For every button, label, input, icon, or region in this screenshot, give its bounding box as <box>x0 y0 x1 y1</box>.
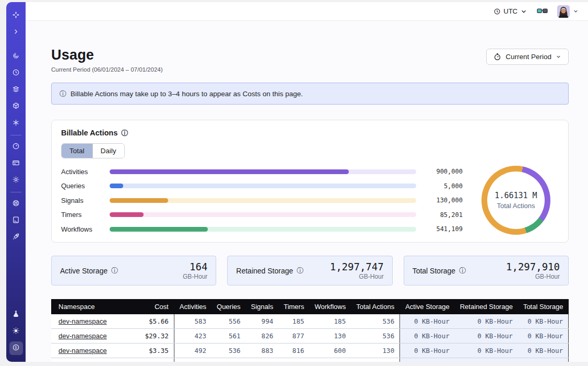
column-header-timers[interactable]: Timers <box>278 299 309 314</box>
labs-flask-icon <box>12 310 20 320</box>
column-header-total-actions[interactable]: Total Actions <box>351 299 400 314</box>
column-header-queries[interactable]: Queries <box>211 299 246 314</box>
storage-card-value: 164 <box>183 261 207 272</box>
sidebar-divider <box>10 192 21 192</box>
storage-card-label: Retained Storageⓘ <box>236 267 303 275</box>
sidebar-item-docs[interactable] <box>9 214 23 227</box>
main-area: UTC Usage Current Period (06/01/2024 – 0… <box>26 2 588 362</box>
bar-track <box>110 212 416 217</box>
info-icon[interactable]: ⓘ <box>121 130 128 136</box>
sidebar-item-usage-gauge[interactable] <box>9 140 23 154</box>
table-cell: 0 KB-Hour <box>518 329 569 344</box>
table-cell <box>351 358 400 362</box>
table-cell: 826 <box>246 329 279 344</box>
column-header-cost[interactable]: Cost <box>140 299 174 314</box>
namespace-link[interactable]: dev-namespace <box>58 317 107 325</box>
usage-gauge-icon <box>12 142 20 152</box>
app-window: $ UTC Usage Current Period <box>6 2 588 362</box>
sidebar-item-collapse[interactable] <box>9 26 23 39</box>
table-cell: 0 KB-Hour <box>518 314 569 329</box>
table-cell: 536 <box>211 344 246 358</box>
storage-card-label-text: Retained Storage <box>236 267 293 275</box>
sidebar-item-support-lifebuoy[interactable] <box>9 197 23 211</box>
namespace-link[interactable]: dev-namespace <box>58 347 107 354</box>
namespace-link[interactable]: dev-namespace <box>58 332 107 340</box>
info-icon[interactable]: ⓘ <box>111 267 118 274</box>
sidebar-item-theme-sun[interactable] <box>9 325 23 338</box>
column-header-signals[interactable]: Signals <box>246 299 279 314</box>
bar-row-workflows: Workflows541,109 <box>61 225 463 233</box>
namespaces-icon <box>12 52 20 62</box>
timezone-selector[interactable]: UTC <box>493 7 527 15</box>
table-row: dev-namespace$5.665835569941851855360 KB… <box>51 314 569 329</box>
column-header-active-storage[interactable]: Active Storage <box>400 299 455 314</box>
period-selector-button[interactable]: Current Period <box>486 49 569 65</box>
info-icon[interactable]: ⓘ <box>459 267 466 274</box>
info-icon[interactable]: ⓘ <box>297 267 303 274</box>
billing-card-icon <box>12 159 20 169</box>
info-icon: ⓘ <box>60 90 66 97</box>
column-header-total-storage[interactable]: Total Storage <box>518 299 569 314</box>
chevron-down-icon <box>520 8 527 15</box>
table-cell <box>140 358 174 362</box>
total-actions-donut: 1.66131 M Total Actions <box>481 166 550 235</box>
temporal-logo-icon <box>12 11 20 21</box>
docs-icon <box>12 216 20 226</box>
sidebar-item-temporal-logo[interactable] <box>9 9 23 22</box>
namespace-cell: dev-namespace <box>51 314 140 329</box>
glasses-icon[interactable] <box>537 7 548 15</box>
stack-icon <box>12 85 20 95</box>
info-banner: ⓘ Billable Actions may take up to 3–4 ho… <box>51 83 569 105</box>
sidebar-item-stack[interactable] <box>9 83 23 97</box>
table-cell: $3.35 <box>140 344 174 358</box>
table-row: dev-namespace$29.324235618268771305360 K… <box>51 329 569 344</box>
storage-card-label-text: Total Storage <box>413 267 456 275</box>
bar-label: Signals <box>61 197 103 204</box>
donut-total-label: Total Actions <box>497 202 535 210</box>
tab-daily[interactable]: Daily <box>92 144 124 158</box>
table-cell <box>211 358 246 362</box>
bar-track <box>110 198 416 203</box>
table-cell: 816 <box>278 344 309 358</box>
tab-total[interactable]: Total <box>62 144 92 158</box>
column-header-namespace[interactable]: Namespace <box>51 299 140 314</box>
bar-row-queries: Queries5,000 <box>61 182 463 190</box>
table-cell: 561 <box>211 329 246 344</box>
bar-label: Activities <box>61 168 103 176</box>
table-body: dev-namespace$5.665835569941851855360 KB… <box>51 314 569 362</box>
billable-bar-chart: Activities900,000Queries5,000Signals130,… <box>61 168 463 233</box>
bar-fill <box>110 198 168 203</box>
chevron-down-icon <box>556 54 561 60</box>
sidebar-item-deployments[interactable] <box>9 100 23 113</box>
sidebar-item-labs-flask[interactable] <box>9 308 23 322</box>
table-cell: 423 <box>174 329 211 344</box>
bar-value: 130,000 <box>423 197 463 204</box>
sidebar-item-currency[interactable]: $ <box>9 341 23 355</box>
collapse-icon <box>12 28 20 38</box>
table-cell: 994 <box>246 314 279 329</box>
currency-icon: $ <box>12 344 20 353</box>
storage-card-value: 1,297,747 <box>330 261 384 272</box>
bar-label: Timers <box>61 211 103 219</box>
storage-card-total-storage: Total Storageⓘ1,297,910GB-Hour <box>404 256 569 285</box>
sidebar-item-namespaces[interactable] <box>9 50 23 63</box>
table-cell <box>518 358 569 362</box>
avatar <box>557 5 570 18</box>
sidebar-item-schedules[interactable] <box>9 66 23 80</box>
bar-fill <box>110 169 349 174</box>
sidebar-item-rocket[interactable] <box>9 231 23 244</box>
bar-value: 900,000 <box>423 168 463 175</box>
column-header-workflows[interactable]: Workflows <box>309 299 351 314</box>
stopwatch-icon <box>493 53 501 61</box>
sidebar-divider <box>10 135 21 135</box>
column-header-activities[interactable]: Activities <box>174 299 211 314</box>
support-lifebuoy-icon <box>12 199 20 209</box>
table-cell: 0 KB-Hour <box>455 344 518 358</box>
column-header-retained-storage[interactable]: Retained Storage <box>455 299 518 314</box>
user-menu[interactable] <box>557 5 579 18</box>
table-cell <box>174 358 211 362</box>
sidebar-item-nexus[interactable] <box>9 117 23 130</box>
sidebar-item-billing-card[interactable] <box>9 157 23 170</box>
sidebar-item-settings-gear[interactable] <box>9 174 23 187</box>
settings-gear-icon <box>12 176 20 186</box>
